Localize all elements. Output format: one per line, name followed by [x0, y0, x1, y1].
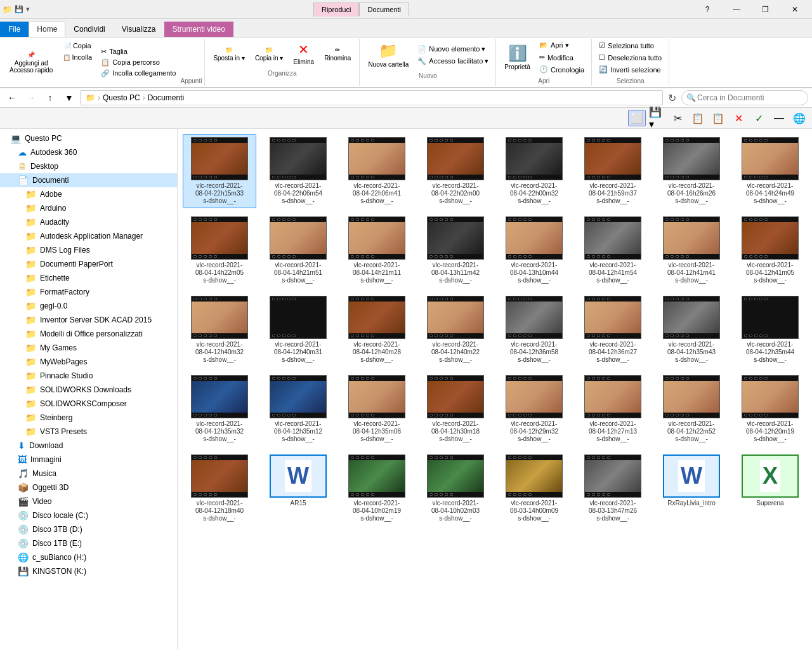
tab-riproduci[interactable]: Riproduci: [313, 3, 359, 17]
address-path[interactable]: 📁 › Questo PC › Documenti: [80, 90, 663, 105]
file-item[interactable]: vlc-record-2021-08-04-22h02m00s-dshow__-: [419, 134, 492, 208]
sidebar-item-modelli-di-office-personalizzati[interactable]: 📁Modelli di Office personalizzati: [0, 327, 177, 341]
help-button[interactable]: ?: [693, 0, 722, 19]
sidebar-item-arduino[interactable]: 📁Arduino: [0, 201, 177, 215]
sidebar-item-disco-locale-c:[interactable]: 💿Disco locale (C:): [0, 508, 177, 522]
sidebar-item-autodesk-application-manager[interactable]: 📁Autodesk Application Manager: [0, 229, 177, 243]
refresh-button[interactable]: ↻: [665, 91, 679, 105]
minimize-button[interactable]: —: [722, 0, 751, 19]
tab-documenti[interactable]: Documenti: [359, 3, 409, 17]
up-button[interactable]: ↑: [42, 90, 58, 105]
tab-condividi[interactable]: Condividi: [65, 22, 113, 37]
file-item[interactable]: vlc-record-2021-08-04-12h35m44s-dshow__-: [733, 293, 807, 367]
file-item[interactable]: vlc-record-2021-08-04-12h36m27s-dshow__-: [576, 293, 650, 367]
file-item[interactable]: vlc-record-2021-08-04-22h06m54s-dshow__-: [261, 134, 335, 208]
sidebar-item-documenti[interactable]: 📄Documenti: [0, 173, 177, 187]
file-item[interactable]: vlc-record-2021-08-04-12h40m28s-dshow__-: [340, 293, 414, 367]
file-item[interactable]: vlc-record-2021-08-04-13h11m42s-dshow__-: [419, 213, 492, 288]
tab-home[interactable]: Home: [29, 22, 65, 37]
file-item[interactable]: vlc-record-2021-08-04-12h18m40s-dshow__-: [183, 451, 256, 526]
sidebar-item-autodesk-360[interactable]: ☁Autodesk 360: [0, 145, 177, 159]
file-item[interactable]: vlc-record-2021-08-04-14h24m49s-dshow__-: [733, 134, 807, 208]
sidebar-item-steinberg[interactable]: 📁Steinberg: [0, 411, 177, 425]
close-button[interactable]: ✕: [780, 0, 809, 19]
file-item[interactable]: vlc-record-2021-08-04-21h59m37s-dshow__-: [576, 134, 650, 208]
btn-nuova-cartella[interactable]: 📁 Nuova cartella: [363, 40, 413, 70]
file-item[interactable]: vlc-record-2021-08-04-13h10m44s-dshow__-: [497, 213, 571, 288]
sidebar-item-kingston-k:[interactable]: 💾KINGSTON (K:): [0, 564, 177, 578]
maximize-button[interactable]: ❐: [751, 0, 780, 19]
file-item[interactable]: vlc-record-2021-08-04-12h30m18s-dshow__-: [419, 372, 492, 446]
sidebar-item-video[interactable]: 🎬Video: [0, 494, 177, 508]
sidebar-item-questo-pc[interactable]: 💻Questo PC: [0, 131, 177, 145]
tab-file[interactable]: File: [0, 22, 29, 37]
file-item[interactable]: vlc-record-2021-08-04-12h40m22s-dshow__-: [419, 293, 492, 367]
file-item[interactable]: vlc-record-2021-08-04-12h35m43s-dshow__-: [655, 293, 728, 367]
btn-sposta-in[interactable]: 📁 Sposta in ▾: [209, 40, 249, 67]
file-item[interactable]: vlc-record-2021-08-04-14h21m11s-dshow__-: [340, 213, 414, 288]
file-item[interactable]: vlc-record-2021-08-04-12h35m08s-dshow__-: [340, 372, 414, 446]
toolbar-confirm[interactable]: ✓: [750, 110, 768, 126]
file-item[interactable]: vlc-record-2021-08-04-22h00m32s-dshow__-: [497, 134, 571, 208]
btn-incolla[interactable]: 📋 Incolla: [58, 51, 96, 63]
tab-visualizza[interactable]: Visualizza: [114, 22, 164, 37]
sidebar-item-dms-log-files[interactable]: 📁DMS Log Files: [0, 243, 177, 257]
sidebar-item-my-games[interactable]: 📁My Games: [0, 341, 177, 355]
btn-modifica[interactable]: ✏ Modifica: [536, 52, 587, 63]
btn-deseleziona-tutto[interactable]: ☐ Deseleziona tutto: [596, 52, 665, 63]
sidebar-item-audacity[interactable]: 📁Audacity: [0, 215, 177, 229]
search-input[interactable]: [681, 90, 808, 105]
view-options-button[interactable]: 💾▾: [648, 110, 666, 126]
path-documenti[interactable]: Documenti: [148, 93, 184, 102]
file-item[interactable]: X Superena: [733, 451, 807, 526]
btn-seleziona-tutto[interactable]: ☑ Seleziona tutto: [596, 40, 665, 51]
toolbar-dash[interactable]: —: [770, 110, 788, 126]
file-item[interactable]: vlc-record-2021-08-03-13h47m26s-dshow__-: [576, 451, 650, 526]
sidebar-item-disco-3tb-d:[interactable]: 💿Disco 3TB (D:): [0, 522, 177, 536]
sidebar-item-mywebpages[interactable]: 📁MyWebPages: [0, 355, 177, 369]
toolbar-delete[interactable]: ✕: [730, 110, 747, 126]
sidebar-item-c_subianco-h:[interactable]: 🌐c_suBianco (H:): [0, 550, 177, 564]
file-item[interactable]: vlc-record-2021-08-03-14h00m09s-dshow__-: [497, 451, 571, 526]
sidebar-item-oggetti-3d[interactable]: 📦Oggetti 3D: [0, 481, 177, 494]
path-this-pc[interactable]: Questo PC: [103, 93, 140, 102]
btn-elimina[interactable]: ✕ Elimina: [289, 40, 318, 67]
sidebar-item-download[interactable]: ⬇Download: [0, 439, 177, 453]
btn-apri[interactable]: 📂 Apri ▾: [536, 40, 587, 51]
file-item[interactable]: vlc-record-2021-08-04-12h40m32s-dshow__-: [183, 293, 256, 367]
file-item[interactable]: vlc-record-2021-08-04-12h36m58s-dshow__-: [497, 293, 571, 367]
file-item[interactable]: W RxRayLivia_intro: [655, 451, 728, 526]
file-item[interactable]: W AR15: [261, 451, 335, 526]
file-item[interactable]: vlc-record-2021-08-04-14h22m05s-dshow__-: [183, 213, 256, 288]
btn-copia-in[interactable]: 📁 Copia in ▾: [251, 40, 287, 67]
file-item[interactable]: vlc-record-2021-08-04-12h20m19s-dshow__-: [733, 372, 807, 446]
file-item[interactable]: vlc-record-2021-08-04-22h06m41s-dshow__-: [340, 134, 414, 208]
file-item[interactable]: vlc-record-2021-08-04-22h15m33s-dshow__-: [183, 134, 256, 208]
sidebar-item-solidworks-downloads[interactable]: 📁SOLIDWORKS Downloads: [0, 383, 177, 397]
back-button[interactable]: ←: [4, 90, 20, 105]
btn-copia[interactable]: 📄 Copia: [58, 40, 96, 51]
file-item[interactable]: vlc-record-2021-08-04-12h29m32s-dshow__-: [497, 372, 571, 446]
sidebar-item-etichette[interactable]: 📁Etichette: [0, 271, 177, 285]
btn-incolla-collegamento[interactable]: 🔗 Incolla collegamento: [98, 68, 179, 79]
btn-accesso-rapido[interactable]: 📌 Aggiungi ad Accesso rapido: [5, 40, 57, 84]
forward-button[interactable]: →: [23, 90, 39, 105]
sidebar-item-vst3-presets[interactable]: 📁VST3 Presets: [0, 425, 177, 439]
sidebar-item-solidworkscomposer[interactable]: 📁SOLIDWORKSComposer: [0, 397, 177, 411]
btn-rinomina[interactable]: ✏ Rinomina: [320, 40, 355, 67]
file-item[interactable]: vlc-record-2021-08-04-14h21m51s-dshow__-: [261, 213, 335, 288]
btn-proprieta[interactable]: ℹ️ Proprietà: [500, 43, 535, 72]
recent-locations-button[interactable]: ▼: [61, 90, 77, 105]
toolbar-paste[interactable]: 📋: [709, 110, 727, 126]
toolbar-cut[interactable]: ✂: [669, 110, 686, 126]
btn-nuovo-elemento[interactable]: 📄 Nuovo elemento ▾: [414, 44, 492, 55]
sidebar-item-pinnacle-studio[interactable]: 📁Pinnacle Studio: [0, 369, 177, 383]
sidebar-item-formatfactory[interactable]: 📁FormatFactory: [0, 285, 177, 299]
file-item[interactable]: vlc-record-2021-08-04-16h26m26s-dshow__-: [655, 134, 728, 208]
btn-copia-percorso[interactable]: 📋 Copia percorso: [98, 57, 179, 68]
toolbar-copy[interactable]: 📋: [689, 110, 707, 126]
btn-cronologia[interactable]: 🕐 Cronologia: [536, 64, 587, 75]
file-item[interactable]: vlc-record-2021-08-04-12h41m41s-dshow__-: [655, 213, 728, 288]
tab-strumenti-video[interactable]: Strumenti video: [164, 22, 233, 37]
file-item[interactable]: vlc-record-2021-08-04-12h41m05s-dshow__-: [733, 213, 807, 288]
